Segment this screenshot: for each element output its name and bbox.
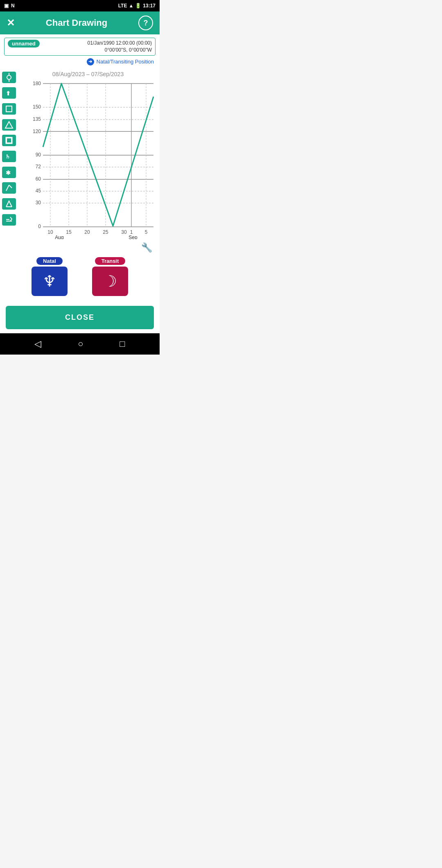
info-bar: unnamed 01/Jan/1990 12:00:00 (00:00) 0°0… xyxy=(4,38,156,56)
svg-text:180: 180 xyxy=(33,81,41,86)
content-area: unnamed 01/Jan/1990 12:00:00 (00:00) 0°0… xyxy=(0,34,160,333)
nav-bar: ◁ ○ □ xyxy=(0,333,160,355)
svg-text:10: 10 xyxy=(47,229,53,235)
transit-planet-symbol: ☽ xyxy=(103,272,117,290)
natal-link[interactable]: ➜ Natal/Transiting Position xyxy=(0,57,160,67)
aspect-icon-8[interactable] xyxy=(2,198,16,210)
svg-text:⬆: ⬆ xyxy=(6,90,11,97)
help-button[interactable]: ? xyxy=(138,16,153,30)
transit-label: Transit xyxy=(95,257,126,265)
natal-planet-symbol: ♆ xyxy=(43,272,56,290)
recent-apps-button[interactable]: □ xyxy=(120,339,125,349)
page-title: Chart Drawing xyxy=(46,18,107,28)
svg-rect-7 xyxy=(7,138,11,142)
aspect-icon-7[interactable] xyxy=(2,182,16,194)
svg-text:♄: ♄ xyxy=(5,154,10,160)
sim-icon: ▣ xyxy=(4,3,9,9)
svg-point-0 xyxy=(7,75,11,79)
status-left-icons: ▣ N xyxy=(4,3,15,9)
aspect-icon-1[interactable]: ⬆ xyxy=(2,87,16,99)
aspect-icons-column: ⬆ ♄ ✱ xyxy=(0,67,18,241)
svg-text:20: 20 xyxy=(84,229,90,235)
svg-line-10 xyxy=(6,185,9,191)
transit-planet-box[interactable]: ☽ xyxy=(92,267,128,296)
aspect-icon-5[interactable]: ♄ xyxy=(2,151,16,162)
svg-text:30: 30 xyxy=(36,200,41,206)
signal-icon: ▲ xyxy=(129,3,133,9)
svg-text:1: 1 xyxy=(130,229,133,235)
svg-text:150: 150 xyxy=(33,104,41,110)
profile-tag[interactable]: unnamed xyxy=(8,40,40,47)
aspect-icon-9[interactable] xyxy=(2,214,16,226)
natal-planet-item[interactable]: Natal ♆ xyxy=(32,257,68,296)
aspect-icon-6[interactable]: ✱ xyxy=(2,167,16,178)
svg-text:5: 5 xyxy=(145,229,148,235)
svg-text:72: 72 xyxy=(36,164,41,170)
app-header: ✕ Chart Drawing ? xyxy=(0,11,160,34)
n-icon: N xyxy=(11,3,15,9)
back-button[interactable]: ◁ xyxy=(34,339,41,349)
planet-legend: Natal ♆ Transit ☽ xyxy=(0,253,160,303)
aspect-icon-4[interactable] xyxy=(2,135,16,146)
svg-line-11 xyxy=(9,185,12,188)
status-bar: ▣ N LTE ▲ 🔋 13:17 xyxy=(0,0,160,11)
svg-marker-5 xyxy=(5,122,13,128)
svg-text:Sep: Sep xyxy=(129,235,138,239)
svg-text:15: 15 xyxy=(66,229,72,235)
close-x-button[interactable]: ✕ xyxy=(7,17,15,29)
svg-text:90: 90 xyxy=(36,152,41,158)
svg-text:135: 135 xyxy=(33,116,41,122)
home-button[interactable]: ○ xyxy=(78,339,83,349)
natal-link-icon: ➜ xyxy=(87,58,94,66)
svg-text:Aug: Aug xyxy=(55,235,63,239)
svg-rect-4 xyxy=(6,106,12,112)
lte-icon: LTE xyxy=(118,3,127,9)
natal-link-label: Natal/Transiting Position xyxy=(97,59,154,65)
aspect-icon-0[interactable] xyxy=(2,72,16,83)
status-right-icons: LTE ▲ 🔋 13:17 xyxy=(118,3,156,9)
clock: 13:17 xyxy=(143,3,156,9)
svg-text:08/Aug/2023  –  07/Sep/2023: 08/Aug/2023 – 07/Sep/2023 xyxy=(52,71,124,77)
aspect-icon-3[interactable] xyxy=(2,119,16,131)
svg-text:60: 60 xyxy=(36,176,41,182)
svg-text:45: 45 xyxy=(36,188,41,194)
aspect-icon-2[interactable] xyxy=(2,103,16,115)
svg-text:120: 120 xyxy=(33,129,41,134)
svg-text:25: 25 xyxy=(103,229,108,235)
svg-text:30: 30 xyxy=(121,229,127,235)
line-chart: 08/Aug/2023 – 07/Sep/2023 xyxy=(18,67,158,241)
transit-planet-item[interactable]: Transit ☽ xyxy=(92,257,128,296)
wrench-row: 🔧 xyxy=(0,241,160,253)
battery-icon: 🔋 xyxy=(135,3,141,9)
settings-wrench-icon[interactable]: 🔧 xyxy=(141,242,152,253)
coordinates-text: 0°00'00"S, 0°00'00"W xyxy=(88,47,152,54)
natal-label: Natal xyxy=(36,257,63,265)
date-info: 01/Jan/1990 12:00:00 (00:00) 0°00'00"S, … xyxy=(88,40,152,54)
svg-text:✱: ✱ xyxy=(6,170,11,176)
close-button[interactable]: CLOSE xyxy=(6,306,154,329)
chart-area: ⬆ ♄ ✱ xyxy=(0,67,160,241)
date-time-text: 01/Jan/1990 12:00:00 (00:00) xyxy=(88,40,152,47)
natal-planet-box[interactable]: ♆ xyxy=(32,267,68,296)
svg-text:0: 0 xyxy=(38,224,41,229)
